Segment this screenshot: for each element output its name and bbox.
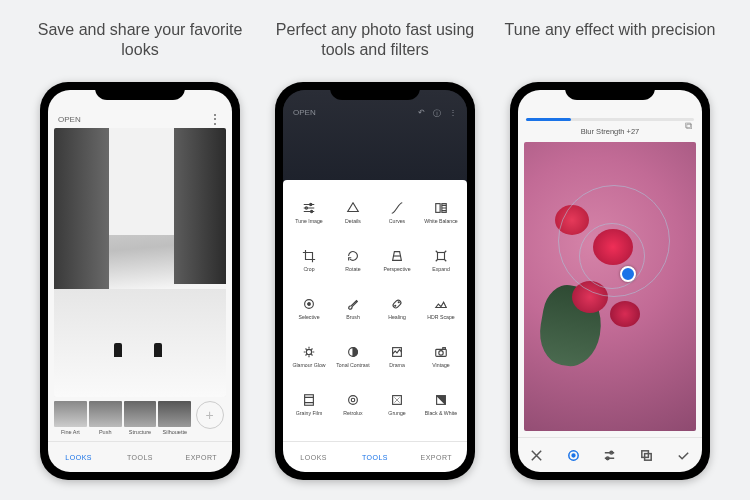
phone-frame-1: OPEN ⋮ Fine Art Push Structure Silho — [40, 82, 240, 480]
add-look-button[interactable]: + — [193, 401, 226, 437]
tools-grid: Tune Image Details Curves White Balance … — [283, 180, 467, 437]
tool-glamour-glow[interactable]: Glamour Glow — [287, 332, 331, 380]
tool-drama[interactable]: Drama — [375, 332, 419, 380]
svg-rect-26 — [443, 347, 446, 349]
tool-hdr-scape[interactable]: HDR Scape — [419, 284, 463, 332]
tool-tune-image[interactable]: Tune Image — [287, 188, 331, 236]
effect-photo[interactable] — [524, 142, 696, 431]
svg-rect-18 — [392, 299, 402, 309]
screen-2: OPEN ↶ ⓘ ⋮ Tune Image Details Curves Whi… — [283, 90, 467, 472]
effect-value-label: Blur Strength +27 — [518, 127, 702, 136]
bottom-tabs: LOOKS TOOLS EXPORT — [48, 441, 232, 472]
phone-notch — [565, 82, 655, 100]
tool-curves[interactable]: Curves — [375, 188, 419, 236]
svg-rect-9 — [436, 203, 440, 212]
caption-1: Save and share your favorite looks — [30, 20, 250, 64]
tab-looks[interactable]: LOOKS — [48, 454, 109, 461]
tool-expand[interactable]: Expand — [419, 236, 463, 284]
tool-white-balance[interactable]: White Balance — [419, 188, 463, 236]
focus-mode-button[interactable] — [566, 448, 581, 463]
tool-perspective[interactable]: Perspective — [375, 236, 419, 284]
phone-frame-3: Blur Strength +27 ⧉ — [510, 82, 710, 480]
open-button[interactable]: OPEN — [58, 115, 81, 124]
look-thumb[interactable]: Structure — [124, 401, 157, 437]
caption-2: Perfect any photo fast using tools and f… — [265, 20, 485, 64]
adjust-button[interactable] — [602, 448, 617, 463]
effect-bottom-bar — [518, 437, 702, 472]
more-icon[interactable]: ⋮ — [208, 114, 222, 124]
svg-point-31 — [351, 398, 355, 402]
bottom-tabs: LOOKS TOOLS EXPORT — [283, 441, 467, 472]
screen-1: OPEN ⋮ Fine Art Push Structure Silho — [48, 90, 232, 472]
svg-point-30 — [349, 395, 358, 404]
open-button-dimmed: OPEN — [293, 108, 316, 119]
svg-point-21 — [306, 349, 311, 354]
dimmed-background: OPEN ↶ ⓘ ⋮ — [283, 90, 467, 180]
tool-brush[interactable]: Brush — [331, 284, 375, 332]
svg-rect-15 — [438, 252, 445, 259]
tab-tools[interactable]: TOOLS — [109, 454, 170, 461]
phone-notch — [330, 82, 420, 100]
styles-button[interactable] — [639, 448, 654, 463]
look-thumb[interactable]: Push — [89, 401, 122, 437]
more-icon: ⋮ — [449, 108, 457, 119]
look-thumb[interactable]: Silhouette — [158, 401, 191, 437]
svg-point-35 — [572, 454, 575, 457]
look-thumb[interactable]: Fine Art — [54, 401, 87, 437]
phone-frame-2: OPEN ↶ ⓘ ⋮ Tune Image Details Curves Whi… — [275, 82, 475, 480]
tab-looks[interactable]: LOOKS — [283, 454, 344, 461]
main-photo[interactable] — [54, 128, 226, 397]
caption-3: Tune any effect with precision — [505, 20, 716, 64]
info-icon: ⓘ — [433, 108, 441, 119]
effect-slider[interactable] — [526, 118, 694, 121]
undo-icon: ↶ — [418, 108, 425, 119]
tool-rotate[interactable]: Rotate — [331, 236, 375, 284]
tool-selective[interactable]: Selective — [287, 284, 331, 332]
apply-button[interactable] — [676, 448, 691, 463]
svg-point-19 — [395, 305, 396, 306]
tool-vintage[interactable]: Vintage — [419, 332, 463, 380]
svg-point-17 — [308, 302, 311, 305]
tab-tools[interactable]: TOOLS — [344, 454, 405, 461]
tab-export[interactable]: EXPORT — [171, 454, 232, 461]
panel-tools: Perfect any photo fast using tools and f… — [265, 20, 485, 480]
tool-retrolux[interactable]: Retrolux — [331, 380, 375, 428]
svg-point-20 — [398, 301, 399, 302]
panel-precision: Tune any effect with precision Blur Stre… — [500, 20, 720, 480]
panel-looks: Save and share your favorite looks OPEN … — [30, 20, 250, 480]
svg-rect-27 — [305, 394, 314, 405]
tab-export[interactable]: EXPORT — [406, 454, 467, 461]
tool-black-white[interactable]: Black & White — [419, 380, 463, 428]
svg-point-25 — [439, 350, 443, 354]
tool-healing[interactable]: Healing — [375, 284, 419, 332]
effect-slider-fill — [526, 118, 571, 121]
screen-3: Blur Strength +27 ⧉ — [518, 90, 702, 472]
phone-notch — [95, 82, 185, 100]
tools-sheet: Tune Image Details Curves White Balance … — [283, 180, 467, 472]
tool-grunge[interactable]: Grunge — [375, 380, 419, 428]
cancel-button[interactable] — [529, 448, 544, 463]
tool-tonal-contrast[interactable]: Tonal Contrast — [331, 332, 375, 380]
compare-icon[interactable]: ⧉ — [685, 120, 692, 132]
tool-crop[interactable]: Crop — [287, 236, 331, 284]
looks-strip: Fine Art Push Structure Silhouette + — [48, 397, 232, 437]
tool-grainy-film[interactable]: Grainy Film — [287, 380, 331, 428]
tool-details[interactable]: Details — [331, 188, 375, 236]
